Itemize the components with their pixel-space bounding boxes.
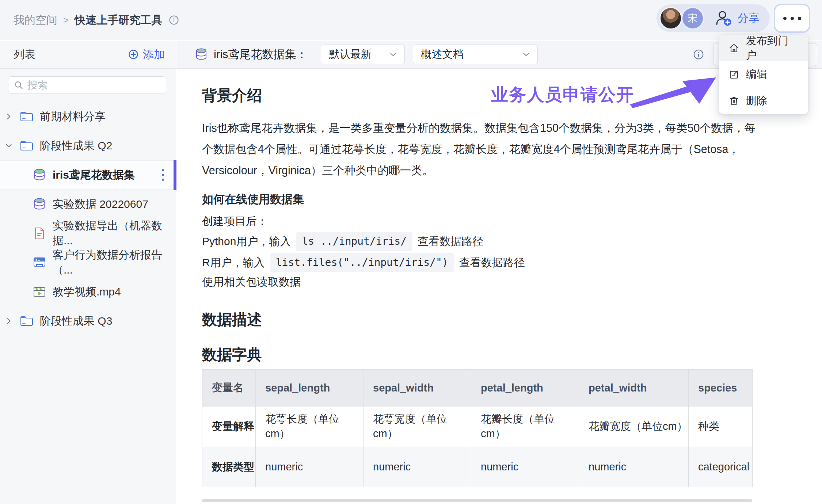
chevron-right-icon	[4, 112, 14, 121]
top-bar: 我的空间 > 快速上手研究工具 宋	[0, 0, 822, 40]
menu-item-delete[interactable]: 删除	[719, 88, 808, 114]
table-cell: numeric	[364, 447, 471, 487]
intro-paragraph: Iris也称鸢尾花卉数据集，是一类多重变量分析的数据集。数据集包含150个数据集…	[202, 117, 763, 181]
avatar-photo[interactable]	[659, 7, 682, 30]
table-header-cell: sepal_width	[364, 370, 471, 406]
step-intro-line: 创建项目后：	[202, 215, 790, 228]
dataset-title: iris鸢尾花数据集：	[214, 47, 308, 62]
table-header-cell: petal_width	[579, 370, 689, 406]
doc-view-select-value: 概述文档	[421, 47, 464, 62]
dataset-info-icon[interactable]	[692, 48, 705, 61]
more-actions-button[interactable]	[775, 5, 809, 31]
tree-folder-q2[interactable]: 阶段性成果 Q2	[0, 131, 176, 160]
menu-item-publish-to-portal[interactable]: 发布到门户	[719, 35, 808, 61]
sidebar: 列表 添加	[0, 41, 176, 504]
invite-member-icon	[714, 9, 733, 28]
tree-item-video[interactable]: 教学视频.mp4	[0, 277, 176, 306]
menu-item-label: 发布到门户	[746, 35, 799, 63]
breadcrumb-separator: >	[63, 15, 69, 26]
table-header-row: 变量名 sepal_length sepal_width petal_lengt…	[202, 370, 753, 406]
share-button-label: 分享	[738, 11, 760, 26]
kebab-menu-icon[interactable]	[162, 169, 164, 181]
table-header-cell: 变量名	[202, 370, 256, 406]
tree-folder-early-materials[interactable]: 前期材料分享	[0, 102, 176, 131]
tree-item-iris-dataset[interactable]: iris鸢尾花数据集	[0, 160, 176, 190]
table-header-cell: species	[689, 370, 753, 406]
document-pane: 背景介绍 Iris也称鸢尾花卉数据集，是一类多重变量分析的数据集。数据集包含15…	[176, 69, 822, 504]
table-header-cell: petal_length	[471, 370, 579, 406]
tree-item-label: 实验数据导出（机器数据...	[53, 218, 176, 248]
python-usage-line: Python用户，输入 ls ../input/iris/ 查看数据路径	[202, 233, 790, 250]
breadcrumb-my-space[interactable]: 我的空间	[14, 13, 57, 28]
sidebar-tree: 前期材料分享 阶段性成果 Q2	[0, 102, 176, 336]
chevron-down-icon	[4, 141, 14, 150]
version-select[interactable]: 默认最新	[321, 45, 405, 64]
table-cell: 花萼长度（单位cm）	[256, 406, 364, 447]
notebook-icon	[32, 255, 47, 270]
table-row-label: 变量解释	[202, 406, 256, 447]
members-share-pill: 宋 分享	[657, 4, 770, 32]
table-row: 变量解释 花萼长度（单位cm） 花萼宽度（单位cm） 花瓣长度（单位cm） 花瓣…	[202, 406, 753, 447]
folder-icon	[19, 314, 34, 328]
annotation-arrow-icon	[629, 72, 717, 110]
annotation-text: 业务人员申请公开	[491, 83, 634, 106]
database-icon	[194, 47, 209, 62]
menu-item-edit[interactable]: 编辑	[719, 61, 808, 88]
document-icon	[32, 226, 47, 241]
tree-folder-q3[interactable]: 阶段性成果 Q3	[0, 306, 176, 336]
table-row-label: 数据类型	[202, 447, 256, 487]
section-title-data-dictionary: 数据字典	[202, 347, 790, 363]
python-code-snippet: ls ../input/iris/	[296, 232, 412, 251]
version-select-value: 默认最新	[329, 47, 372, 62]
context-menu: 发布到门户 编辑 删除	[719, 35, 808, 114]
subsection-how-to-use: 如何在线使用数据集	[202, 193, 790, 206]
tree-item-experiment-data[interactable]: 实验数据 20220607	[0, 190, 176, 219]
folder-icon	[19, 138, 34, 153]
tree-item-label: 客户行为数据分析报告（...	[53, 248, 176, 278]
read-note-line: 使用相关包读取数据	[202, 276, 790, 288]
tree-item-label: 阶段性成果 Q3	[40, 314, 112, 329]
table-cell: 花萼宽度（单位cm）	[364, 406, 471, 447]
folder-icon	[19, 109, 34, 124]
table-cell: numeric	[471, 447, 579, 487]
tree-item-label: 前期材料分享	[40, 109, 106, 124]
table-cell: 花瓣宽度（单位cm）	[579, 406, 689, 447]
data-dictionary-table: 变量名 sepal_length sepal_width petal_lengt…	[202, 369, 753, 487]
menu-item-label: 编辑	[746, 67, 767, 82]
share-button[interactable]: 分享	[714, 9, 760, 28]
table-header-cell: sepal_length	[256, 370, 364, 406]
database-icon	[32, 197, 47, 211]
trash-icon	[728, 95, 739, 106]
search-input[interactable]	[27, 79, 161, 91]
chevron-down-icon	[388, 50, 398, 59]
tree-item-export-doc[interactable]: 实验数据导出（机器数据...	[0, 219, 176, 248]
topbar-divider	[766, 9, 766, 28]
project-info-icon[interactable]	[168, 14, 180, 26]
home-icon	[728, 43, 739, 54]
doc-view-select[interactable]: 概述文档	[413, 45, 538, 64]
table-cell: numeric	[256, 447, 364, 487]
dataset-document: 背景介绍 Iris也称鸢尾花卉数据集，是一类多重变量分析的数据集。数据集包含15…	[176, 69, 790, 487]
avatar-initial[interactable]: 宋	[681, 7, 704, 30]
tree-item-label: 实验数据 20220607	[53, 197, 148, 212]
database-icon	[32, 168, 47, 182]
plus-circle-icon	[128, 49, 139, 60]
horizontal-scrollbar[interactable]	[202, 499, 752, 502]
selected-accent-bar	[174, 160, 176, 190]
app-window: 我的空间 > 快速上手研究工具 宋	[0, 0, 822, 504]
r-prefix: R用户，输入	[202, 256, 265, 269]
table-cell: 花瓣长度（单位cm）	[471, 406, 579, 447]
sidebar-title: 列表	[14, 47, 35, 62]
tree-item-label: 教学视频.mp4	[53, 285, 121, 299]
chevron-down-icon	[521, 50, 531, 59]
table-row: 数据类型 numeric numeric numeric numeric cat…	[202, 447, 753, 487]
search-box	[8, 76, 166, 94]
sidebar-header: 列表 添加	[0, 41, 176, 69]
menu-item-label: 删除	[746, 93, 767, 108]
add-button[interactable]: 添加	[128, 47, 165, 62]
python-suffix: 查看数据路径	[418, 235, 483, 248]
add-button-label: 添加	[143, 47, 165, 62]
table-cell: categorical	[689, 447, 753, 487]
tree-item-report[interactable]: 客户行为数据分析报告（...	[0, 248, 176, 277]
table-cell: numeric	[579, 447, 689, 487]
